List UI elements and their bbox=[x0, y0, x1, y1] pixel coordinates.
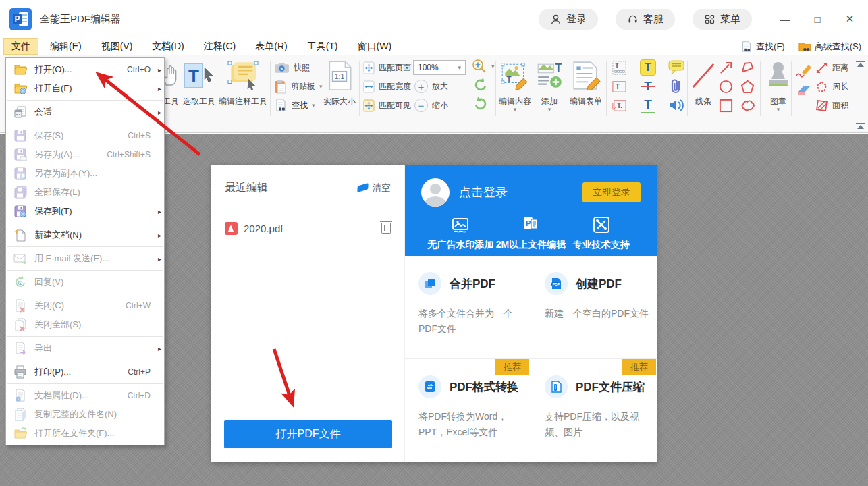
line-tool-button[interactable]: 线条 bbox=[690, 58, 717, 107]
maximize-button[interactable]: □ bbox=[811, 14, 823, 25]
file-menu-item-email[interactable]: 用 E-mail 发送(E)... ▸ bbox=[6, 249, 164, 268]
text-box-tool-button[interactable]: T_ bbox=[612, 78, 627, 94]
select-tool-button[interactable]: T 选取工具 bbox=[180, 58, 219, 107]
ellipse-tool-button[interactable] bbox=[718, 78, 734, 94]
rectangle-tool-button[interactable] bbox=[718, 97, 734, 113]
clipboard-button[interactable]: 剪贴板 ▾ bbox=[274, 78, 323, 94]
save-icon bbox=[13, 129, 28, 142]
login-button[interactable]: 登录 bbox=[539, 9, 598, 30]
underline-text-button[interactable]: T bbox=[640, 97, 656, 113]
menubar-item-view[interactable]: 视图(V) bbox=[93, 38, 141, 55]
menubar-item-form[interactable]: 表单(R) bbox=[247, 38, 295, 55]
file-menu-item-open[interactable]: 打开(O)... Ctrl+O ▸ bbox=[6, 60, 164, 79]
menubar-item-comment[interactable]: 注释(C) bbox=[196, 38, 244, 55]
text-field-tool-button[interactable]: T bbox=[612, 59, 627, 76]
support-button[interactable]: 客服 bbox=[616, 9, 675, 30]
login-now-button[interactable]: 立即登录 bbox=[582, 182, 641, 202]
add-button[interactable]: T 添加 ▾ bbox=[535, 58, 564, 111]
actual-size-button[interactable]: 1:1 实际大小 bbox=[321, 58, 358, 107]
feature-label: 2M以上文件编辑 bbox=[495, 239, 566, 251]
toolbar-find-button[interactable]: 查找 ▾ bbox=[274, 97, 315, 113]
svg-text:1:1: 1:1 bbox=[335, 73, 345, 80]
cloud-tool-button[interactable] bbox=[740, 97, 755, 113]
create-pdf-card[interactable]: PDF 创建PDF 新建一个空白的PDF文件 bbox=[531, 256, 657, 359]
find-doc-icon bbox=[740, 40, 753, 53]
edit-content-button[interactable]: T 编辑内容 ▾ bbox=[498, 58, 532, 111]
measure-area-button[interactable]: 面积 bbox=[815, 97, 848, 113]
file-menu-item-open-from[interactable]: 打开自(F) ▸ bbox=[6, 79, 164, 98]
login-prompt[interactable]: 点击登录 bbox=[459, 184, 508, 200]
measure-distance-button[interactable]: 距离 bbox=[815, 59, 848, 76]
snapshot-label: 快照 bbox=[294, 62, 310, 74]
fit-width-button[interactable]: 匹配宽度 bbox=[363, 78, 411, 94]
close-button[interactable]: ✕ bbox=[844, 13, 856, 25]
menubar-item-tools[interactable]: 工具(T) bbox=[299, 38, 346, 55]
delete-file-icon[interactable] bbox=[381, 223, 391, 234]
pdf-compress-card[interactable]: 推荐 PDF文件压缩 支持PDF压缩，以及视频、图片 bbox=[531, 359, 657, 462]
fit-page-button[interactable]: 匹配页面 bbox=[363, 59, 411, 76]
find-doc-icon bbox=[274, 99, 288, 112]
file-menu-item-close[interactable]: 关闭(C) Ctrl+W bbox=[6, 296, 164, 315]
menubar-item-edit[interactable]: 编辑(E) bbox=[42, 38, 90, 55]
actual-size-icon: 1:1 bbox=[327, 60, 352, 91]
avatar[interactable] bbox=[421, 178, 450, 207]
file-menu-item-save-to[interactable]: 保存到(T) ▸ bbox=[6, 202, 164, 221]
text-annotation-tool-button[interactable]: T. bbox=[612, 97, 627, 113]
collapse-toolbar-bottom-icon[interactable] bbox=[856, 123, 865, 131]
sticky-note-button[interactable] bbox=[668, 59, 684, 76]
headset-icon bbox=[627, 14, 639, 25]
file-menu-item-export[interactable]: 导出 ▸ bbox=[6, 339, 164, 358]
file-menu-item-open-folder[interactable]: 打开所在文件夹(F)... bbox=[6, 424, 164, 443]
zoom-level-select[interactable]: 100% ▾ bbox=[413, 60, 466, 75]
open-pdf-button[interactable]: 打开PDF文件 bbox=[224, 420, 392, 448]
fit-visible-button[interactable]: 匹配可见 bbox=[363, 97, 411, 113]
highlight-text-button[interactable]: T bbox=[640, 59, 656, 76]
polygon-tool-button[interactable] bbox=[740, 78, 755, 94]
file-menu-item-save-as[interactable]: 另存为(A)... Ctrl+Shift+S bbox=[6, 145, 164, 164]
sound-comment-button[interactable] bbox=[668, 97, 684, 113]
file-menu-item-save-all[interactable]: 全部保存(L) bbox=[6, 183, 164, 202]
rotate-right-button[interactable] bbox=[472, 96, 489, 112]
menubar-item-window[interactable]: 窗口(W) bbox=[350, 38, 400, 55]
collapse-toolbar-icon[interactable] bbox=[856, 61, 865, 69]
file-menu-item-session[interactable]: 会话 ▸ bbox=[6, 103, 164, 122]
recent-file-row[interactable]: 2020.pdf bbox=[225, 222, 391, 235]
advanced-find-button[interactable]: 高级查找(S) bbox=[798, 40, 861, 53]
file-menu-item-print[interactable]: 打印(P)... Ctrl+P bbox=[6, 362, 164, 381]
merge-pdf-card[interactable]: 合并PDF 将多个文件合并为一个PDF文件 bbox=[405, 256, 531, 359]
attach-file-button[interactable] bbox=[670, 78, 683, 94]
file-menu-item-revert[interactable]: 回复(V) bbox=[6, 273, 164, 292]
clear-recent-button[interactable]: 清空 bbox=[358, 182, 391, 194]
strikethrough-text-button[interactable]: T bbox=[640, 78, 656, 94]
menu-button[interactable]: 菜单 bbox=[693, 9, 752, 30]
stamp-button[interactable]: 图章 ▾ bbox=[763, 58, 794, 111]
edit-form-button[interactable]: 编辑表单 bbox=[567, 58, 605, 107]
measure-perimeter-button[interactable]: 周长 bbox=[815, 78, 848, 94]
snapshot-button[interactable]: 快照 bbox=[274, 59, 310, 76]
marquee-zoom-button[interactable]: ▾ bbox=[471, 58, 495, 74]
menu-item-shortcut: Ctrl+P bbox=[128, 367, 153, 377]
menubar-item-file[interactable]: 文件 bbox=[3, 38, 38, 55]
zoom-in-button[interactable]: + 放大 bbox=[414, 78, 448, 94]
fit-page-label: 匹配页面 bbox=[379, 62, 411, 74]
polyline-tool-button[interactable] bbox=[740, 59, 755, 76]
eraser-icon bbox=[795, 84, 813, 97]
file-menu-item-close-all[interactable]: 关闭全部(S) bbox=[6, 315, 164, 334]
login-button-label: 登录 bbox=[566, 13, 587, 26]
eraser-tool-button[interactable] bbox=[795, 82, 813, 99]
file-menu-item-properties[interactable]: i 文档属性(D)... Ctrl+D bbox=[6, 386, 164, 405]
find-button[interactable]: 查找(F) bbox=[740, 40, 785, 53]
zoom-out-button[interactable]: − 缩小 bbox=[414, 97, 448, 113]
minimize-button[interactable]: — bbox=[779, 14, 791, 25]
rotate-left-button[interactable] bbox=[472, 77, 489, 93]
file-menu-item-save[interactable]: 保存(S) Ctrl+S bbox=[6, 126, 164, 145]
pencil-tool-button[interactable] bbox=[795, 62, 813, 78]
edit-comment-tool-button[interactable]: 编辑注释工具 bbox=[217, 58, 269, 107]
pdf-convert-card[interactable]: 推荐 PDF格式转换 将PDF转换为Word，PPT，Excel等文件 bbox=[405, 359, 531, 462]
file-menu-item-new-document[interactable]: 新建文档(N) ▸ bbox=[6, 225, 164, 244]
advanced-find-folder-icon bbox=[798, 40, 811, 53]
file-menu-item-save-copy[interactable]: 另存为副本(Y)... bbox=[6, 164, 164, 183]
file-menu-item-copy-filename[interactable]: 复制完整的文件名(N) bbox=[6, 405, 164, 424]
menubar-item-document[interactable]: 文档(D) bbox=[144, 38, 192, 55]
arrow-tool-button[interactable] bbox=[718, 59, 734, 76]
